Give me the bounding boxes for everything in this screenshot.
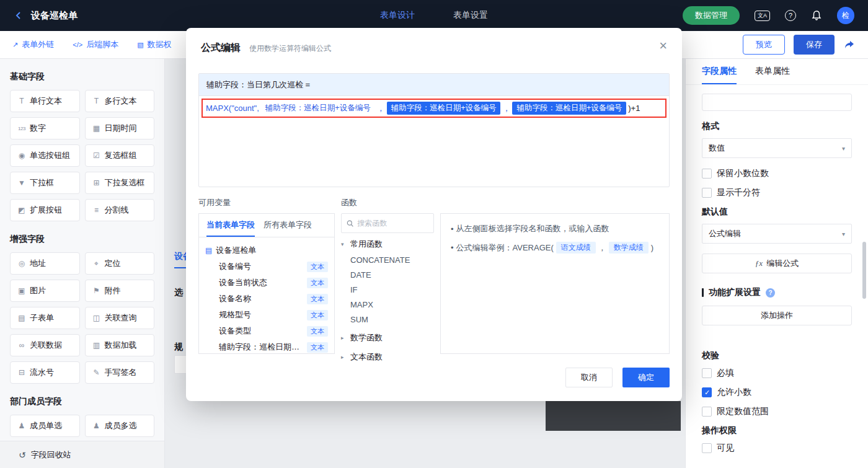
extend-button-icon: ◩ <box>16 206 27 214</box>
chevron-right-icon: ▸ <box>341 335 347 341</box>
edit-formula-button[interactable]: ƒx 编辑公式 <box>702 254 852 273</box>
tree-field-row[interactable]: 设备类型文本 <box>205 323 328 339</box>
checkbox-visible[interactable]: 可见 <box>702 443 852 454</box>
modal-title: 公式编辑 <box>201 42 241 55</box>
tree-field-row[interactable]: 设备当前状态文本 <box>205 275 328 291</box>
add-action-button[interactable]: 添加操作 <box>702 306 852 325</box>
checkbox-allow-decimal[interactable]: 允许小数 <box>702 387 852 398</box>
back-icon[interactable] <box>14 11 24 20</box>
example-field-chip: 数学成绩 <box>609 242 649 254</box>
checkbox-keep-decimal-places[interactable]: 保留小数位数 <box>702 168 852 179</box>
field-single-line-text[interactable]: T单行文本 <box>10 90 80 112</box>
field-multi-line-text[interactable]: T多行文本 <box>85 90 155 112</box>
field-dropdown[interactable]: ▼下拉框 <box>10 172 80 194</box>
tab-all-form-fields[interactable]: 所有表单字段 <box>264 214 312 237</box>
field-type-badge: 文本 <box>307 310 328 320</box>
tree-field-row[interactable]: 规格型号文本 <box>205 307 328 323</box>
function-item[interactable]: IF <box>341 282 434 297</box>
field-checkbox-group[interactable]: ☑复选框组 <box>85 144 155 167</box>
field-title-input[interactable] <box>702 94 852 111</box>
tree-field-row[interactable]: 设备编号文本 <box>205 258 328 275</box>
question-badge-icon[interactable]: ? <box>766 288 775 298</box>
section-enhanced-fields: 增强字段 <box>10 234 154 245</box>
checkbox-required[interactable]: 必填 <box>702 368 852 379</box>
field-radio-group[interactable]: ◉单选按钮组 <box>10 144 80 167</box>
function-group-text[interactable]: ▸ 文本函数 <box>341 349 434 365</box>
field-subform[interactable]: ▤子表单 <box>10 307 80 329</box>
translate-icon[interactable]: 文A <box>755 11 770 21</box>
function-item[interactable]: DATE <box>341 267 434 282</box>
format-select[interactable]: 数值 ▾ <box>702 138 852 158</box>
field-datetime[interactable]: ▦日期时间 <box>85 117 155 139</box>
tab-form-settings[interactable]: 表单设置 <box>453 10 488 21</box>
tree-form-node[interactable]: ▤ 设备巡检单 <box>205 242 328 258</box>
formula-suffix-text: )+1 <box>628 104 640 113</box>
field-member-multi[interactable]: ♟成员多选 <box>85 415 155 437</box>
function-search[interactable] <box>341 213 434 233</box>
field-label: 附件 <box>105 285 121 296</box>
field-address[interactable]: ◎地址 <box>10 252 80 275</box>
external-link-icon: ↗ <box>12 41 18 49</box>
field-image[interactable]: ▣图片 <box>10 280 80 302</box>
field-dropdown-multi[interactable]: ⊞下拉复选框 <box>85 172 155 194</box>
field-chip-selected[interactable]: 辅助字段：巡检日期+设备编号 <box>512 102 626 115</box>
field-attachment[interactable]: ⚑附件 <box>85 280 155 302</box>
field-serial-number[interactable]: ⊟流水号 <box>10 361 80 384</box>
function-group-math[interactable]: ▸ 数学函数 <box>341 330 434 346</box>
chevron-down-icon: ▾ <box>842 145 845 152</box>
field-extend-button[interactable]: ◩扩展按钮 <box>10 199 80 221</box>
tree-field-row[interactable]: 设备名称文本 <box>205 291 328 307</box>
field-related-query[interactable]: ◫关联查询 <box>85 307 155 329</box>
formula-line[interactable]: MAPX("count", 辅助字段：巡检日期+设备编号 ， 辅助字段：巡检日期… <box>202 99 666 118</box>
field-member-single[interactable]: ♟成员单选 <box>10 415 80 437</box>
help-tip: 公式编辑举例：AVERAGE( <box>456 242 554 254</box>
tab-form-design[interactable]: 表单设计 <box>380 10 415 21</box>
field-related-data[interactable]: ∞关联数据 <box>10 334 80 356</box>
search-input[interactable] <box>357 219 428 227</box>
confirm-button[interactable]: 确定 <box>622 368 670 387</box>
backend-script-link[interactable]: </> 后端脚本 <box>73 39 118 50</box>
checkbox-limit-range[interactable]: 限定数值范围 <box>702 406 852 417</box>
avatar[interactable]: 检 <box>837 7 854 24</box>
help-icon[interactable]: ? <box>785 10 796 21</box>
function-item[interactable]: MAPX <box>341 297 434 312</box>
address-icon: ◎ <box>16 259 27 268</box>
tab-current-form-fields[interactable]: 当前表单字段 <box>206 214 255 237</box>
share-icon[interactable] <box>843 38 856 51</box>
data-permission-label: 数据权 <box>148 39 172 50</box>
field-label: 日期时间 <box>105 123 137 134</box>
field-divider[interactable]: ≡分割线 <box>85 199 155 221</box>
function-item[interactable]: CONCATENATE <box>341 252 434 267</box>
field-label: 成员单选 <box>30 420 62 431</box>
field-name: 规格型号 <box>219 309 251 320</box>
field-type-badge: 文本 <box>307 262 328 272</box>
field-chip[interactable]: 辅助字段：巡检日期+设备编号 <box>261 102 375 115</box>
variables-panel: 当前表单字段 所有表单字段 ▤ 设备巡检单 设备编号文本 设备当前状态文本 设备… <box>198 213 335 354</box>
field-name: 设备编号 <box>219 261 251 272</box>
field-signature[interactable]: ✎手写签名 <box>85 361 155 384</box>
save-button[interactable]: 保存 <box>794 35 835 55</box>
field-chip-selected[interactable]: 辅助字段：巡检日期+设备编号 <box>387 102 501 115</box>
checkbox-thousand-separator[interactable]: 显示千分符 <box>702 187 852 198</box>
data-permission-link[interactable]: ▧ 数据权 <box>137 39 171 50</box>
signature-icon: ✎ <box>91 368 102 377</box>
function-group-common[interactable]: ▾ 常用函数 <box>341 236 434 252</box>
field-number[interactable]: 123数字 <box>10 117 80 139</box>
tab-form-properties[interactable]: 表单属性 <box>755 59 790 84</box>
form-external-link-label: 表单外链 <box>22 39 54 50</box>
data-manage-button[interactable]: 数据管理 <box>683 6 740 25</box>
tree-field-row[interactable]: 辅助字段：巡检日期+...文本 <box>205 339 328 354</box>
field-data-load[interactable]: ▥数据加载 <box>85 334 155 356</box>
formula-input-area[interactable]: MAPX("count", 辅助字段：巡检日期+设备编号 ， 辅助字段：巡检日期… <box>199 96 669 187</box>
default-value-select[interactable]: 公式编辑 ▾ <box>702 224 852 244</box>
field-location[interactable]: ⌖定位 <box>85 252 155 275</box>
function-item[interactable]: SUM <box>341 312 434 327</box>
close-icon[interactable]: × <box>659 39 667 53</box>
cancel-button[interactable]: 取消 <box>565 368 613 387</box>
field-recycle-bin[interactable]: ↺ 字段回收站 <box>0 441 164 468</box>
tab-field-properties[interactable]: 字段属性 <box>702 59 737 84</box>
preview-button[interactable]: 预览 <box>743 35 785 55</box>
form-external-link[interactable]: ↗ 表单外链 <box>12 39 54 50</box>
panel-scrollbar[interactable] <box>862 242 866 299</box>
bell-icon[interactable] <box>811 10 822 21</box>
